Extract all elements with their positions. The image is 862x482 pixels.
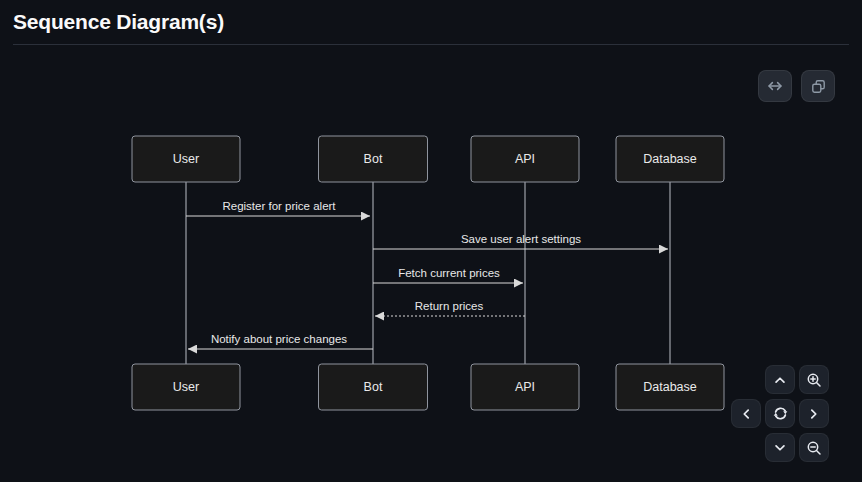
app-window: Sequence Diagram(s) [0,0,862,482]
svg-text:Fetch current prices: Fetch current prices [398,267,500,279]
chevron-right-icon [807,407,821,421]
pan-down-button[interactable] [765,433,795,462]
svg-text:Notify about price changes: Notify about price changes [211,333,347,345]
chevron-left-icon [739,407,753,421]
actor-bottom-api: API [471,364,579,410]
zoom-out-button[interactable] [799,433,829,462]
svg-text:User: User [173,380,199,394]
actor-bottom-database: Database [616,364,724,410]
actor-bottom-user: User [132,364,240,410]
pan-left-button[interactable] [731,399,761,428]
svg-text:Bot: Bot [364,380,383,394]
message-save-user-alert-settings: Save user alert settings [373,233,668,249]
page-title: Sequence Diagram(s) [13,9,849,34]
zoom-in-button[interactable] [799,365,829,394]
actor-top-api: API [471,136,579,182]
message-return-prices: Return prices [375,300,525,316]
svg-text:User: User [173,152,199,166]
diagram-nav-controls [731,365,829,462]
message-register-for-price-alert: Register for price alert [186,200,370,216]
actor-top-database: Database [616,136,724,182]
svg-text:Register for price alert: Register for price alert [222,200,336,212]
copy-icon [810,78,827,95]
reset-sync-icon [772,405,789,422]
svg-text:Bot: Bot [364,152,383,166]
arrows-horizontal-icon [766,77,784,95]
element-toolbar [758,70,835,102]
svg-text:Database: Database [643,152,697,166]
copy-button[interactable] [801,70,835,102]
svg-text:API: API [515,380,535,394]
pan-up-button[interactable] [765,365,795,394]
fit-width-button[interactable] [758,70,792,102]
svg-text:Return prices: Return prices [415,300,484,312]
actor-top-user: User [132,136,240,182]
chevron-down-icon [773,441,787,455]
svg-text:API: API [515,152,535,166]
svg-text:Save user alert settings: Save user alert settings [461,233,581,245]
message-fetch-current-prices: Fetch current prices [373,267,523,283]
chevron-up-icon [773,373,787,387]
actor-bottom-bot: Bot [319,364,428,410]
actor-top-bot: Bot [319,136,428,182]
svg-text:Database: Database [643,380,697,394]
page-header: Sequence Diagram(s) [13,0,849,45]
pan-right-button[interactable] [799,399,829,428]
message-notify-about-price-changes: Notify about price changes [188,333,373,349]
reset-view-button[interactable] [765,399,795,428]
zoom-out-icon [806,440,822,456]
zoom-in-icon [806,372,822,388]
